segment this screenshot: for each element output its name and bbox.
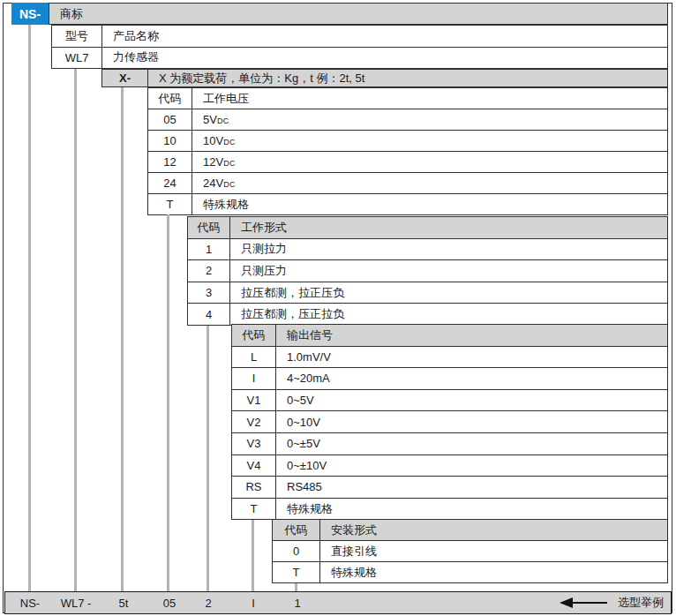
table-row: V1 0~5V xyxy=(232,389,667,411)
connector-line-capacity xyxy=(121,87,124,591)
table-row: 3 拉压都测，拉正压负 xyxy=(188,282,667,304)
table-row: 4 拉压都测，压正拉负 xyxy=(188,303,667,325)
work-mode-title: 工作形式 xyxy=(230,217,667,238)
table-row: T 特殊规格 xyxy=(148,193,667,214)
mounting-title: 安装形式 xyxy=(320,520,667,540)
table-row: 24 24VDC xyxy=(148,172,667,193)
table-row: RS RS485 xyxy=(232,476,667,498)
brand-code-badge: NS- xyxy=(11,3,49,25)
model-table: 型号 产品名称 WL7 力传感器 xyxy=(51,25,668,69)
table-row: I 4~20mA xyxy=(232,367,667,389)
trademark-row: 商标 xyxy=(49,3,668,25)
model-code: WL7 xyxy=(52,48,102,69)
table-row: L 1.0mV/V xyxy=(232,346,667,368)
capacity-row: X- X 为额定载荷，单位为：Kg，t 例：2t, 5t xyxy=(101,69,668,87)
connector-line-model xyxy=(74,69,77,591)
ordering-code-figure: NS- 商标 型号 产品名称 WL7 力传感器 X- X 为额定载荷，单位为：K… xyxy=(0,0,676,616)
output-signal-title: 输出信号 xyxy=(276,325,667,346)
mounting-code-header: 代码 xyxy=(273,520,320,540)
output-signal-table: 代码 输出信号 L 1.0mV/V I 4~20mA V1 0~5V V2 0~… xyxy=(231,324,668,520)
table-row: T 特殊规格 xyxy=(273,561,667,582)
table-row: V4 0~±10V xyxy=(232,454,667,477)
work-mode-code-header: 代码 xyxy=(188,217,230,238)
table-row: 1 只测拉力 xyxy=(188,238,667,260)
work-mode-table: 代码 工作形式 1 只测拉力 2 只测压力 3 拉压都测，拉正压负 4 拉压都测… xyxy=(187,216,668,326)
connector-line-brand xyxy=(28,25,31,591)
table-row: V3 0~±5V xyxy=(232,432,667,454)
connector-line-mounting xyxy=(295,583,297,591)
capacity-desc: X 为额定载荷，单位为：Kg，t 例：2t, 5t xyxy=(148,70,667,86)
example-item: 05 xyxy=(163,592,176,613)
model-name: 力传感器 xyxy=(102,48,667,69)
output-signal-code-header: 代码 xyxy=(232,325,276,346)
example-label: 选型举例 xyxy=(618,595,664,611)
table-row: 05 5VDC xyxy=(148,109,667,130)
arrow-tail xyxy=(572,602,607,604)
example-item: I xyxy=(252,592,255,613)
table-row: 10 10VDC xyxy=(148,130,667,151)
table-row: T 特殊规格 xyxy=(232,498,667,520)
voltage-title: 工作电压 xyxy=(192,88,667,109)
example-item: 2 xyxy=(205,592,211,613)
model-col1-header: 型号 xyxy=(52,26,102,47)
connector-line-output-signal xyxy=(252,520,254,591)
voltage-code-header: 代码 xyxy=(148,88,192,109)
mounting-table: 代码 安装形式 0 直接引线 T 特殊规格 xyxy=(272,519,668,583)
example-item: 5t xyxy=(119,592,129,613)
connector-line-voltage xyxy=(167,214,169,591)
connector-line-work-mode xyxy=(207,326,209,591)
left-arrow-icon xyxy=(560,597,573,608)
table-row: 2 只测压力 xyxy=(188,259,667,282)
model-col2-header: 产品名称 xyxy=(102,26,667,47)
example-item: 1 xyxy=(294,592,300,613)
example-bar: NS- WL7 - 5t 05 2 I 1 选型举例 xyxy=(4,591,672,614)
table-row: V2 0~10V xyxy=(232,410,667,432)
table-row: 12 12VDC xyxy=(148,151,667,172)
table-row: 0 直接引线 xyxy=(273,540,667,561)
trademark-label: 商标 xyxy=(49,4,667,24)
capacity-code: X- xyxy=(102,70,148,86)
voltage-table: 代码 工作电压 05 5VDC 10 10VDC 12 12VDC 24 24V… xyxy=(147,87,668,215)
example-item: NS- xyxy=(20,592,40,613)
example-item: WL7 - xyxy=(61,592,92,613)
